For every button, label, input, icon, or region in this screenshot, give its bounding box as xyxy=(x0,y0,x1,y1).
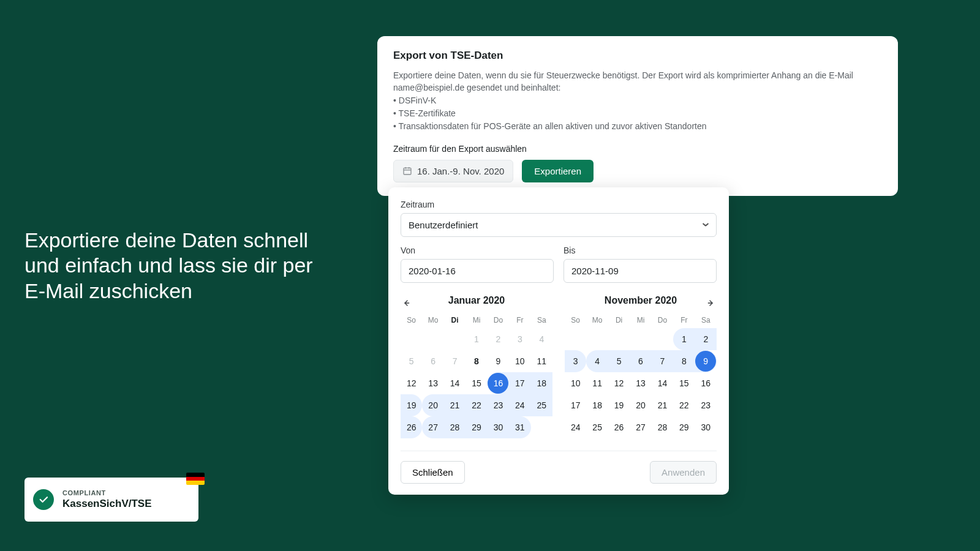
calendar-day[interactable]: 10 xyxy=(509,350,530,372)
calendar-day[interactable]: 3 xyxy=(509,328,530,350)
dow-label: Di xyxy=(444,312,466,328)
calendar-day[interactable]: 1 xyxy=(673,328,695,350)
calendar-day[interactable]: 28 xyxy=(444,416,466,438)
arrow-left-icon xyxy=(401,298,411,308)
calendar-day[interactable]: 14 xyxy=(652,372,673,394)
apply-button[interactable]: Anwenden xyxy=(650,461,717,484)
svg-rect-0 xyxy=(404,168,411,174)
card-subhead: Zeitraum für den Export auswählen xyxy=(393,144,882,154)
calendar-day[interactable]: 9 xyxy=(488,350,509,372)
chevron-updown-icon xyxy=(703,222,709,228)
calendar-day[interactable]: 29 xyxy=(466,416,487,438)
calendar-day[interactable]: 23 xyxy=(695,394,717,416)
dow-label: Sa xyxy=(531,312,552,328)
calendar-day[interactable]: 22 xyxy=(673,394,695,416)
calendar-day[interactable]: 16 xyxy=(695,372,717,394)
calendar-day[interactable]: 27 xyxy=(422,416,443,438)
calendar-day[interactable]: 20 xyxy=(630,394,651,416)
calendar-day[interactable]: 20 xyxy=(422,394,443,416)
calendar-day[interactable]: 28 xyxy=(652,416,673,438)
calendar-day[interactable]: 4 xyxy=(531,328,552,350)
dow-label: Fr xyxy=(673,312,695,328)
calendar-day[interactable]: 25 xyxy=(531,394,552,416)
calendar-day[interactable]: 25 xyxy=(586,416,608,438)
from-input[interactable] xyxy=(401,259,554,283)
check-circle-icon xyxy=(33,489,54,510)
calendar-day[interactable]: 18 xyxy=(531,372,552,394)
prev-month-button[interactable] xyxy=(398,295,414,311)
calendar-day[interactable]: 12 xyxy=(608,372,630,394)
calendar-day[interactable]: 29 xyxy=(673,416,695,438)
close-button[interactable]: Schließen xyxy=(401,461,465,484)
dow-label: Mi xyxy=(630,312,651,328)
month-b-title: November 2020 xyxy=(605,295,677,306)
calendar-day[interactable]: 7 xyxy=(444,350,466,372)
calendar-day[interactable]: 21 xyxy=(444,394,466,416)
calendar-day[interactable]: 8 xyxy=(466,350,487,372)
calendar-day[interactable]: 15 xyxy=(466,372,487,394)
dow-label: Do xyxy=(652,312,673,328)
calendar-day[interactable]: 21 xyxy=(652,394,673,416)
to-input[interactable] xyxy=(564,259,717,283)
calendar-day[interactable]: 11 xyxy=(586,372,608,394)
card-bullets: • DSFinV-K• TSE-Zertifikate• Transaktion… xyxy=(393,94,882,133)
calendar-day[interactable]: 24 xyxy=(509,394,530,416)
calendar-day[interactable]: 31 xyxy=(509,416,530,438)
calendar-day[interactable]: 30 xyxy=(695,416,717,438)
calendar-day[interactable]: 27 xyxy=(630,416,651,438)
date-picker-popover: Zeitraum Benutzerdefiniert Von Bis Janua… xyxy=(388,187,729,495)
calendar-day[interactable]: 19 xyxy=(401,394,422,416)
zeitraum-select[interactable]: Benutzerdefiniert xyxy=(401,213,717,237)
calendar-day[interactable]: 9 xyxy=(695,350,717,372)
calendar-day[interactable]: 13 xyxy=(422,372,443,394)
dow-label: Di xyxy=(608,312,630,328)
calendar-day[interactable]: 12 xyxy=(401,372,422,394)
calendar-day[interactable]: 5 xyxy=(401,350,422,372)
calendar-day[interactable]: 15 xyxy=(673,372,695,394)
compliance-badge: COMPLIANT KassenSichV/TSE xyxy=(24,478,198,522)
compliance-small: COMPLIANT xyxy=(62,489,152,497)
calendar-day[interactable]: 19 xyxy=(608,394,630,416)
calendar-day[interactable]: 6 xyxy=(422,350,443,372)
dow-label: Mi xyxy=(466,312,487,328)
hero-text: Exportiere deine Daten schnell und einfa… xyxy=(24,228,318,304)
calendar-day[interactable]: 3 xyxy=(565,350,586,372)
calendar-day[interactable]: 2 xyxy=(695,328,717,350)
calendar-day[interactable]: 17 xyxy=(565,394,586,416)
calendar-day[interactable]: 26 xyxy=(608,416,630,438)
calendar-month-a: Januar 2020 SoMoDiMiDoFrSa 1234567891011… xyxy=(401,295,552,438)
calendar-day[interactable]: 24 xyxy=(565,416,586,438)
calendar-day[interactable]: 6 xyxy=(630,350,651,372)
germany-flag-icon xyxy=(186,473,205,485)
card-description: Exportiere deine Daten, wenn du sie für … xyxy=(393,69,882,94)
calendar-day[interactable]: 14 xyxy=(444,372,466,394)
date-range-button[interactable]: 16. Jan.-9. Nov. 2020 xyxy=(393,160,513,182)
calendar-day[interactable]: 5 xyxy=(608,350,630,372)
calendar-day[interactable]: 8 xyxy=(673,350,695,372)
dow-label: So xyxy=(401,312,422,328)
calendar-icon xyxy=(402,166,412,176)
dow-label: Mo xyxy=(586,312,608,328)
next-month-button[interactable] xyxy=(703,295,719,311)
zeitraum-value: Benutzerdefiniert xyxy=(409,220,478,230)
calendar-day[interactable]: 1 xyxy=(466,328,487,350)
calendar-day[interactable]: 18 xyxy=(586,394,608,416)
calendar-day[interactable]: 22 xyxy=(466,394,487,416)
calendar-day[interactable]: 17 xyxy=(509,372,530,394)
calendar-day[interactable]: 10 xyxy=(565,372,586,394)
calendar-day[interactable]: 26 xyxy=(401,416,422,438)
calendar-day[interactable]: 4 xyxy=(586,350,608,372)
calendar-day[interactable]: 13 xyxy=(630,372,651,394)
calendar-day[interactable]: 16 xyxy=(488,372,509,394)
calendar-day[interactable]: 2 xyxy=(488,328,509,350)
calendar-day[interactable]: 30 xyxy=(488,416,509,438)
dow-label: So xyxy=(565,312,586,328)
calendar-day[interactable]: 11 xyxy=(531,350,552,372)
calendar-month-b: November 2020 SoMoDiMiDoFrSa 12345678910… xyxy=(565,295,717,438)
calendar-day[interactable]: 23 xyxy=(488,394,509,416)
dow-label: Do xyxy=(488,312,509,328)
export-button[interactable]: Exportieren xyxy=(522,160,594,182)
calendar-day[interactable]: 7 xyxy=(652,350,673,372)
dow-label: Sa xyxy=(695,312,717,328)
to-label: Bis xyxy=(564,246,717,255)
